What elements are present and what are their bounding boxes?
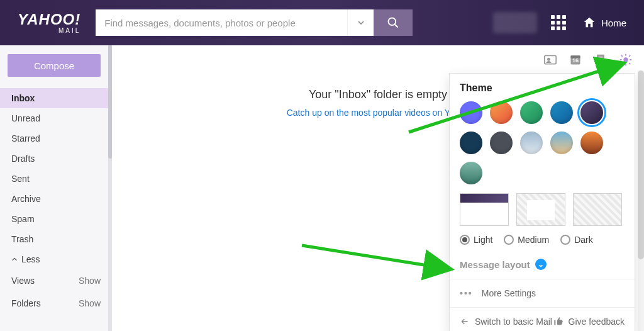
folders-section-label: Folders <box>11 298 41 308</box>
density-label: Medium <box>518 235 549 245</box>
home-link[interactable]: Home <box>582 16 626 30</box>
search-dropdown[interactable] <box>347 9 374 36</box>
right-toolbar: 16 <box>543 53 633 67</box>
more-icon: ••• <box>460 288 473 298</box>
compose-button[interactable]: Compose <box>8 54 101 77</box>
theme-swatch-purple[interactable] <box>580 101 603 124</box>
home-label: Home <box>601 18 626 28</box>
switch-basic[interactable]: Switch to basic Mail <box>460 317 552 327</box>
folder-archive[interactable]: Archive <box>0 189 112 209</box>
density-light[interactable]: Light <box>460 235 492 245</box>
calendar-day: 16 <box>572 57 579 64</box>
less-label: Less <box>21 254 40 264</box>
logo-text: YAHOO! <box>18 12 80 27</box>
user-avatar[interactable] <box>493 12 537 33</box>
svg-point-3 <box>547 58 550 61</box>
density-medium[interactable]: Medium <box>504 235 549 245</box>
folder-sent[interactable]: Sent <box>0 169 112 189</box>
arrow-left-icon <box>460 317 470 327</box>
theme-swatch-blue[interactable] <box>460 101 482 124</box>
chevron-down-icon <box>357 19 365 26</box>
search-icon <box>387 16 399 29</box>
bg-card-header[interactable] <box>460 193 509 226</box>
main-scrollbar[interactable] <box>638 70 644 331</box>
theme-swatch-green[interactable] <box>520 101 543 124</box>
theme-swatch-sky[interactable] <box>520 132 543 154</box>
sidebar: Compose InboxUnreadStarredDraftsSentArch… <box>0 45 112 331</box>
bg-card-pattern[interactable] <box>573 193 622 226</box>
message-layout-toggle[interactable]: Message layout ⌄ <box>460 255 625 279</box>
folder-trash[interactable]: Trash <box>0 229 112 249</box>
svg-point-0 <box>389 18 396 26</box>
home-icon <box>582 16 596 30</box>
density-label: Light <box>474 235 492 245</box>
calendar-icon[interactable]: 16 <box>569 53 582 67</box>
svg-rect-8 <box>599 61 601 62</box>
radio-icon <box>504 235 514 245</box>
search-button[interactable] <box>374 9 413 36</box>
theme-swatch-navy[interactable] <box>460 132 482 154</box>
theme-swatch-orange[interactable] <box>490 101 513 124</box>
notepad-icon[interactable] <box>594 53 608 67</box>
thumbs-up-icon <box>553 317 564 327</box>
folder-spam[interactable]: Spam <box>0 209 112 229</box>
apps-grid-icon[interactable] <box>551 15 566 30</box>
switch-basic-label: Switch to basic Mail <box>475 317 552 327</box>
header: YAHOO! MAIL Home <box>0 0 644 45</box>
contacts-icon[interactable] <box>543 53 557 67</box>
folder-inbox[interactable]: Inbox <box>0 88 112 108</box>
message-layout-label: Message layout <box>460 259 530 270</box>
folder-unread[interactable]: Unread <box>0 108 112 128</box>
theme-header: Theme <box>460 82 625 94</box>
settings-panel: Theme LightMediumDark Message layout ⌄ •… <box>449 73 635 331</box>
theme-swatches <box>460 101 625 184</box>
less-toggle[interactable]: Less <box>0 249 112 269</box>
views-section: Views Show <box>0 269 112 292</box>
density-dark[interactable]: Dark <box>560 235 593 245</box>
feedback-label: Give feedback <box>569 317 625 327</box>
folders-section: Folders Show <box>0 292 112 315</box>
logo-sub: MAIL <box>58 27 80 34</box>
svg-rect-7 <box>599 59 603 59</box>
main: 16 Your "Inbox" folder is empty Catch up… <box>112 45 644 331</box>
radio-icon <box>460 235 470 245</box>
theme-swatch-beach[interactable] <box>550 132 573 154</box>
background-choices <box>460 193 625 226</box>
folder-list: InboxUnreadStarredDraftsSentArchiveSpamT… <box>0 88 112 249</box>
gear-icon[interactable] <box>619 53 633 67</box>
density-label: Dark <box>574 235 593 245</box>
svg-point-9 <box>624 58 628 62</box>
search-bar <box>96 9 413 36</box>
views-show[interactable]: Show <box>79 276 101 286</box>
chevron-up-icon <box>11 256 18 262</box>
give-feedback[interactable]: Give feedback <box>553 317 625 327</box>
folders-show[interactable]: Show <box>79 298 101 308</box>
svg-rect-6 <box>599 57 603 57</box>
theme-swatch-forest[interactable] <box>460 162 482 184</box>
settings-footer: Switch to basic Mail Give feedback <box>460 308 625 331</box>
body: Compose InboxUnreadStarredDraftsSentArch… <box>0 45 644 331</box>
bg-card-window[interactable] <box>516 193 565 226</box>
theme-swatch-sunset[interactable] <box>580 132 603 154</box>
more-settings-label: More Settings <box>482 288 536 298</box>
logo[interactable]: YAHOO! MAIL <box>18 12 80 34</box>
radio-icon <box>560 235 570 245</box>
chevron-down-icon: ⌄ <box>535 259 547 270</box>
views-label: Views <box>11 276 35 286</box>
search-input[interactable] <box>96 9 347 36</box>
folder-drafts[interactable]: Drafts <box>0 149 112 169</box>
more-settings-row[interactable]: ••• More Settings <box>460 279 625 307</box>
theme-swatch-slate[interactable] <box>490 132 513 154</box>
density-options: LightMediumDark <box>460 235 625 245</box>
folder-starred[interactable]: Starred <box>0 128 112 149</box>
theme-swatch-teal[interactable] <box>550 101 573 124</box>
svg-line-1 <box>395 25 398 28</box>
